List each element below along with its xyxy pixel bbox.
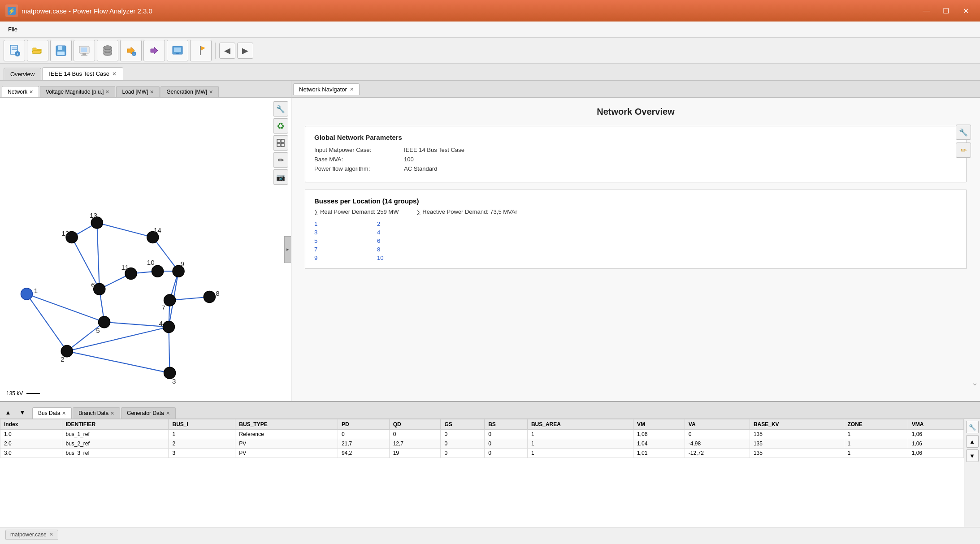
cell-QD: 19 xyxy=(389,449,441,458)
tab-generation-close[interactable]: ✕ xyxy=(209,89,213,95)
close-button[interactable]: ✕ xyxy=(957,4,975,18)
canvas-wrench-button[interactable]: 🔧 xyxy=(273,101,288,117)
node-8[interactable] xyxy=(204,291,215,303)
tab-load[interactable]: Load [MW] ✕ xyxy=(116,86,160,97)
minimize-button[interactable]: — xyxy=(917,4,935,18)
collapse-up-button[interactable]: ▲ xyxy=(2,406,14,419)
node-6[interactable] xyxy=(94,283,105,295)
right-edit-button[interactable]: ✏ xyxy=(956,142,971,158)
col-vm[interactable]: VM xyxy=(633,419,685,430)
panel-expander[interactable]: ▸ xyxy=(284,236,291,263)
bus-link-1[interactable]: 1 xyxy=(314,220,368,227)
bus-link-6[interactable]: 6 xyxy=(377,237,431,244)
svg-rect-8 xyxy=(58,46,62,50)
toolbar: + xyxy=(0,38,980,64)
node-4[interactable] xyxy=(163,321,174,333)
cell-PD: 94,2 xyxy=(338,449,389,458)
table-row[interactable]: 3.0bus_3_ref3PV94,2190011,01-12,7213511,… xyxy=(0,449,964,458)
bus-link-3[interactable]: 3 xyxy=(314,229,368,236)
col-gs[interactable]: GS xyxy=(441,419,485,430)
cell-BUS_I: 2 xyxy=(169,439,235,449)
tab-voltage-close[interactable]: ✕ xyxy=(105,89,109,95)
export-button[interactable] xyxy=(167,40,188,61)
save-button[interactable] xyxy=(50,40,72,61)
svg-text:⚡: ⚡ xyxy=(8,7,16,15)
forward-button[interactable]: ▶ xyxy=(237,43,253,59)
svg-line-25 xyxy=(26,294,104,322)
svg-rect-23 xyxy=(200,46,201,55)
flag-button[interactable] xyxy=(190,40,212,61)
node-7[interactable] xyxy=(164,294,176,306)
col-identifier[interactable]: IDENTIFIER xyxy=(62,419,169,430)
bus-link-7[interactable]: 7 xyxy=(314,246,368,253)
bottom-area: ▲ ▼ Bus Data ✕ Branch Data ✕ Generator D… xyxy=(0,402,980,527)
maximize-button[interactable]: ☐ xyxy=(937,4,955,18)
bus-link-4[interactable]: 4 xyxy=(377,229,431,236)
col-base-kv[interactable]: BASE_KV xyxy=(750,419,844,430)
tab-ieee14-close[interactable]: ✕ xyxy=(112,71,117,77)
status-tab-matpower[interactable]: matpower.case ✕ xyxy=(5,530,58,540)
canvas-camera-button[interactable]: 📷 xyxy=(273,169,288,185)
tab-load-close[interactable]: ✕ xyxy=(150,89,154,95)
bus-link-10[interactable]: 10 xyxy=(377,255,431,261)
back-button[interactable]: ◀ xyxy=(219,43,235,59)
menu-bar: File xyxy=(0,22,980,38)
tab-bus-data[interactable]: Bus Data ✕ xyxy=(32,407,72,419)
col-zone[interactable]: ZONE xyxy=(844,419,908,430)
col-bus-i[interactable]: BUS_I xyxy=(169,419,235,430)
canvas-refresh-button[interactable]: ♻ xyxy=(273,118,288,134)
col-pd[interactable]: PD xyxy=(338,419,389,430)
plugin-button[interactable] xyxy=(143,40,165,61)
tab-branch-data[interactable]: Branch Data ✕ xyxy=(73,407,120,419)
bus-link-2[interactable]: 2 xyxy=(377,220,431,227)
canvas-layout-button[interactable] xyxy=(273,135,288,151)
col-va[interactable]: VA xyxy=(685,419,750,430)
add-plugin-button[interactable]: + xyxy=(120,40,142,61)
tab-ieee14[interactable]: IEEE 14 Bus Test Case ✕ xyxy=(42,67,123,80)
table-scroll-down-button[interactable]: ▼ xyxy=(966,449,979,462)
col-vma[interactable]: VMA xyxy=(908,419,963,430)
tab-bus-data-close[interactable]: ✕ xyxy=(62,410,66,416)
col-bs[interactable]: BS xyxy=(485,419,528,430)
file-menu[interactable]: File xyxy=(4,24,22,35)
tab-network[interactable]: Network ✕ xyxy=(2,86,39,97)
bus-link-8[interactable]: 8 xyxy=(377,246,431,253)
tab-network-navigator-close[interactable]: ✕ xyxy=(350,86,354,92)
node-1[interactable] xyxy=(21,288,33,300)
tab-network-navigator[interactable]: Network Navigator ✕ xyxy=(293,83,360,95)
settings-button[interactable] xyxy=(74,40,95,61)
status-tab-close[interactable]: ✕ xyxy=(49,531,53,537)
database-button[interactable] xyxy=(97,40,118,61)
open-button[interactable] xyxy=(27,40,48,61)
col-qd[interactable]: QD xyxy=(389,419,441,430)
cell-BUS_I: 3 xyxy=(169,449,235,458)
bus-link-5[interactable]: 5 xyxy=(314,237,368,244)
canvas-edit-button[interactable]: ✏ xyxy=(273,152,288,168)
tab-generator-data[interactable]: Generator Data ✕ xyxy=(121,407,176,419)
tab-network-close[interactable]: ✕ xyxy=(29,89,33,95)
svg-rect-11 xyxy=(81,47,87,52)
col-bus-area[interactable]: BUS_AREA xyxy=(527,419,633,430)
tab-generator-data-close[interactable]: ✕ xyxy=(166,410,170,416)
bus-link-9[interactable]: 9 xyxy=(314,255,368,261)
tab-branch-data-close[interactable]: ✕ xyxy=(110,410,114,416)
bus-grid: 12345678910 xyxy=(314,220,957,261)
data-table: index IDENTIFIER BUS_I BUS_TYPE PD QD GS… xyxy=(0,419,964,458)
right-wrench-button[interactable]: 🔧 xyxy=(956,125,971,140)
node-5[interactable] xyxy=(99,316,110,328)
col-bus-type[interactable]: BUS_TYPE xyxy=(235,419,338,430)
table-row[interactable]: 2.0bus_2_ref2PV21,712,70011,04-4,9813511… xyxy=(0,439,964,449)
param-row-mva: Base MVA: 100 xyxy=(314,156,957,163)
tab-voltage[interactable]: Voltage Magnitude [p.u.] ✕ xyxy=(40,86,115,97)
table-wrench-button[interactable]: 🔧 xyxy=(966,421,979,433)
table-scroll-up-button[interactable]: ▲ xyxy=(966,435,979,448)
new-file-button[interactable]: + xyxy=(4,40,25,61)
node-6-label: 6 xyxy=(91,281,95,289)
tab-generation[interactable]: Generation [MW] ✕ xyxy=(160,86,219,97)
legend-label: 135 kV xyxy=(6,390,23,397)
tab-overview[interactable]: Overview xyxy=(4,68,41,80)
col-index[interactable]: index xyxy=(0,419,62,430)
table-row[interactable]: 1.0bus_1_ref1Reference000011,06013511,06 xyxy=(0,430,964,439)
node-10[interactable] xyxy=(152,265,164,277)
collapse-down-button[interactable]: ▼ xyxy=(16,406,29,419)
